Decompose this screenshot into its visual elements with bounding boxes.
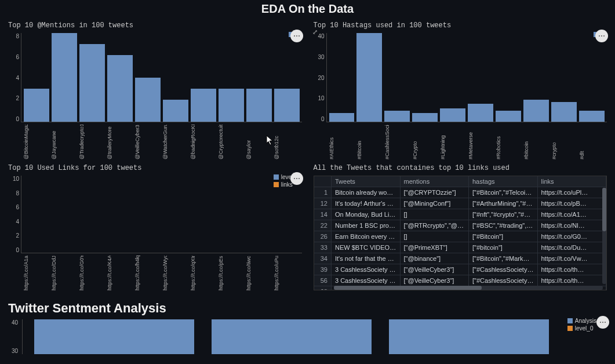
table-row[interactable]: 1Bitcoin already won, eve…["@CRYPTOzzie"… <box>314 187 606 198</box>
table-row[interactable]: 33NEW $BTC VIDEO My upd…["@PrimeXBT"]["#… <box>314 242 606 253</box>
table-cell: 68 <box>314 286 332 291</box>
x-tick-label: https://t.co/pEsQYD0BYE <box>218 256 243 290</box>
chart-title-hashtags: Top 10 Hastags used in 100 tweets <box>314 20 607 33</box>
y-tick-label: 2 <box>16 95 19 101</box>
table-cell: https://t.co/Nl… <box>537 220 606 231</box>
table-cell: Number 1 BSC project!$F… <box>332 220 401 231</box>
bar <box>107 55 133 122</box>
table-row[interactable]: 26Earn Bitcoin every day ev…[]["#Bitcoin… <box>314 231 606 242</box>
x-tick-label: @traileryMore <box>107 125 132 159</box>
x-tick-label: https://t.co/qXImnCjSmf <box>190 256 216 290</box>
panel-table: All the Tweets that containes top 10 lin… <box>314 163 607 290</box>
bar <box>412 113 438 122</box>
table-cell: 1 <box>314 187 332 198</box>
table-row[interactable]: 22Number 1 BSC project!$F…["@RTRcrypto",… <box>314 220 606 231</box>
y-tick-label: 10 <box>13 176 19 182</box>
table-cell: 3 CashlessSociety must n… <box>332 264 401 275</box>
x-tick-label: #crypto <box>551 125 577 159</box>
bars <box>21 33 302 122</box>
table-cell: 14 <box>314 209 332 220</box>
table-cell: ["#Bitcoin","#Telcoin","#T… <box>469 187 538 198</box>
bar <box>191 89 216 122</box>
table-cell: On Monday, Bud Light rev… <box>332 209 401 220</box>
table-cell: ["@binance"] <box>400 253 469 264</box>
x-tick-label: https://t.co/WyoQt8zMAf <box>162 256 188 290</box>
y-axis: 86420 <box>8 33 21 122</box>
panel-hashtags: Top 10 Hastags used in 100 tweets 0 ⋯ ⤢ … <box>314 20 607 159</box>
table-cell: 3 CashlessSociety must n… <box>332 275 401 286</box>
panel-mentions: Top 10 @Mentions in 100 tweets 0 ⋯ 86420… <box>8 20 302 159</box>
x-tick-label: #bitcoin <box>523 125 549 159</box>
y-tick-label: 0 <box>16 247 19 253</box>
table-header[interactable]: links <box>537 176 606 187</box>
table-cell: ["#Bitcoin","#MarkMeta"] <box>469 253 538 264</box>
bar <box>356 33 382 122</box>
y-tick-label: 20 <box>318 75 324 81</box>
y-axis: 4030 <box>8 319 20 354</box>
table-cell: ["@RTRcrypto","@FEGtok… <box>400 220 469 231</box>
x-tick-label: #Metaverse <box>468 125 493 159</box>
table-row[interactable]: 393 CashlessSociety must n…["@VeilleCybe… <box>314 264 606 275</box>
y-tick-label: 6 <box>16 54 19 60</box>
x-tick-label: @badnigRocKK <box>190 125 216 159</box>
x-axis-labels: @BitcoinMagazine@Jaywcane@Tradecrypto11@… <box>8 122 302 159</box>
x-tick-label: https://t.co/DdJJ7brPxzJ <box>51 256 77 290</box>
y-tick-label: 30 <box>318 54 324 60</box>
scrollbar-horizontal[interactable] <box>334 286 603 290</box>
table-row[interactable]: 563 CashlessSociety must n…["@VeilleCybe… <box>314 275 606 286</box>
scrollbar-vertical[interactable] <box>602 188 606 284</box>
tweets-table[interactable]: Tweetsmentionshastagslinks 1Bitcoin alre… <box>314 176 607 290</box>
table-cell: [] <box>400 231 469 242</box>
table-cell: ["#CashlessSociety","#Ro… <box>469 264 538 275</box>
table-cell: https://t.co/uPl… <box>537 187 606 198</box>
bar <box>440 108 465 122</box>
bars <box>23 319 561 354</box>
bar <box>34 319 194 354</box>
table-cell: 26 <box>314 231 332 242</box>
table-row[interactable]: 34It's not far that the next Bi…["@binan… <box>314 253 606 264</box>
x-tick-label: #CashlessSociety <box>384 125 410 159</box>
table-cell: ["@MiningConf"] <box>400 198 469 209</box>
y-tick-label: 10 <box>318 95 324 101</box>
table-header[interactable]: mentions <box>400 176 469 187</box>
table-cell: 33 <box>314 242 332 253</box>
table-cell: https://t.co/Du… <box>537 242 606 253</box>
table-cell: 56 <box>314 275 332 286</box>
page-title: EDA On the Data <box>0 0 615 20</box>
y-tick-label: 8 <box>16 33 19 39</box>
table-cell: ["#Bitcoin"] <box>469 231 538 242</box>
x-tick-label: @BitcoinMagazine <box>23 125 49 159</box>
panel-sentiment: Analysis level_0 ⋯ 4030 <box>8 319 607 354</box>
bar <box>52 33 77 122</box>
y-tick-label: 4 <box>16 219 19 225</box>
y-tick-label: 6 <box>16 204 19 210</box>
bars <box>21 176 302 253</box>
y-tick-label: 0 <box>321 116 325 122</box>
bar <box>79 44 105 122</box>
table-cell: 39 <box>314 264 332 275</box>
bar <box>246 89 272 122</box>
bar <box>523 100 549 122</box>
table-cell: NEW $BTC VIDEO My upd… <box>332 242 401 253</box>
x-tick-label: @Tradecrypto11 <box>79 125 104 159</box>
table-header[interactable]: hastags <box>469 176 538 187</box>
table-row[interactable]: 12It's today! Arthur's expert…["@MiningC… <box>314 198 606 209</box>
x-tick-label: @saylor <box>246 125 271 159</box>
bar <box>329 113 355 122</box>
x-tick-label: @Cryptorectuitr <box>218 125 243 159</box>
x-tick-label: https://t.co/h4kpcFlzung <box>134 256 160 290</box>
table-cell: Earn Bitcoin every day ev… <box>332 231 401 242</box>
x-tick-label: @Jaywcane <box>51 125 77 159</box>
table-row[interactable]: 14On Monday, Bud Light rev…[]["#nft","#c… <box>314 209 606 220</box>
y-axis: 1086420 <box>8 176 21 253</box>
table-cell: https://t.co/th… <box>537 275 606 286</box>
more-icon[interactable]: ⋯ <box>596 316 609 329</box>
bars <box>327 33 607 122</box>
x-axis-labels: https://t.co/A1aZIvt4wvhttps://t.co/DdJJ… <box>8 253 302 290</box>
table-cell: ["@VeilleCyber3"] <box>400 275 469 286</box>
chart-title-links: Top 10 Used Links for 100 tweets <box>8 163 302 176</box>
table-cell: ["@CRYPTOzzie"] <box>400 187 469 198</box>
table-header[interactable]: Tweets <box>332 176 401 187</box>
table-header[interactable] <box>314 176 332 187</box>
table-cell: https://t.co/G0… <box>537 231 606 242</box>
